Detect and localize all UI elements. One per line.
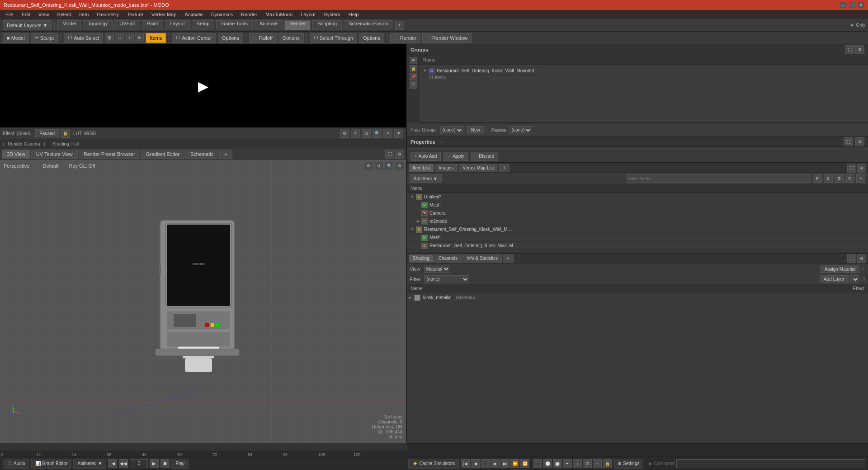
transform-btn3[interactable]: ↕: [125, 33, 134, 42]
transform-btn1[interactable]: ⊞: [105, 33, 114, 42]
options2-btn[interactable]: Options: [278, 33, 304, 43]
menu-dynamics[interactable]: Dynamics: [208, 10, 236, 19]
window-controls[interactable]: ─ □ ×: [840, 2, 864, 8]
options1-btn[interactable]: Options: [218, 33, 243, 43]
auto-add-btn[interactable]: + Auto Add: [410, 152, 441, 161]
render-status[interactable]: Paused: [35, 129, 59, 137]
render-zoom-fit[interactable]: ⊡: [362, 129, 371, 138]
group-lock[interactable]: 🔒: [410, 65, 417, 72]
transport1[interactable]: |◀: [461, 459, 470, 468]
tab-schematic[interactable]: Schematic: [185, 150, 218, 159]
vp-tool1[interactable]: ⚙: [364, 161, 373, 170]
tab-render-preset[interactable]: Render Preset Browser: [79, 150, 140, 159]
expand-mesh1[interactable]: ▶: [417, 203, 420, 207]
graph-editor-btn[interactable]: 📊 Graph Editor: [31, 459, 72, 469]
expand-m2modo[interactable]: ▶: [417, 219, 420, 223]
tab-layout[interactable]: Layout: [165, 20, 190, 30]
audio-btn[interactable]: 🎵 Audio: [3, 459, 29, 469]
select-through-btn[interactable]: ☐ Select Through: [310, 33, 357, 43]
item-row-restaurant[interactable]: ▼ G Restaurant_Self_Ordering_Kiosk_Wall_…: [407, 226, 868, 234]
default-layouts-dropdown[interactable]: Default Layouts ▼: [3, 20, 52, 30]
tab-render[interactable]: Render: [284, 20, 311, 30]
render-icon4[interactable]: 🔍: [373, 129, 382, 138]
item-row-restaurant-sub[interactable]: ▶ G Restaurant_Self_Ordering_Kiosk_Wall_…: [407, 242, 868, 250]
itemlist-expand[interactable]: ⛶: [847, 164, 856, 173]
expand-restaurant[interactable]: ▼: [410, 227, 414, 231]
transport5[interactable]: ▶|: [500, 459, 509, 468]
shading-settings[interactable]: ⚙: [857, 254, 866, 263]
stop-btn[interactable]: ⏹: [160, 459, 170, 468]
view-select[interactable]: Material: [424, 265, 450, 273]
items-btn[interactable]: Items: [146, 33, 166, 43]
group-pin[interactable]: 📌: [410, 73, 417, 80]
itemlist-settings[interactable]: ⚙: [857, 164, 866, 173]
tab-shading[interactable]: Shading: [409, 254, 434, 263]
item-row-camera[interactable]: ▶ 📷 Camera: [407, 209, 868, 217]
vp-tool2[interactable]: ↺: [374, 161, 383, 170]
expand-untitled[interactable]: ▼: [410, 195, 414, 199]
tab-item-list[interactable]: Item List: [409, 164, 434, 172]
falloff-btn[interactable]: ☐ Falloff: [249, 33, 277, 43]
3d-viewport[interactable]: Perspective Default Ray GL: Off ⚙ ↺ 🔍 ⚙: [0, 160, 406, 443]
menu-file[interactable]: File: [2, 10, 17, 19]
discard-btn[interactable]: × Discard: [471, 152, 498, 161]
filter-settings[interactable]: S: [824, 174, 833, 183]
sculpt-btn[interactable]: ✏ Sculpt: [31, 33, 58, 43]
vp-settings[interactable]: ⚙: [395, 161, 404, 170]
menu-view[interactable]: View: [35, 10, 53, 19]
prev-frame-btn[interactable]: |◀: [108, 459, 117, 468]
render-btn[interactable]: ☐ Render: [390, 33, 420, 43]
shading-expand-icon[interactable]: ▶: [409, 296, 411, 300]
command-input[interactable]: [676, 459, 865, 468]
menu-system[interactable]: System: [320, 10, 344, 19]
il-icon1[interactable]: ⚙: [835, 174, 844, 183]
tab-add-list[interactable]: +: [499, 164, 510, 172]
anim-tool5[interactable]: ⬦: [573, 459, 582, 468]
model-btn[interactable]: ■ Model: [3, 33, 29, 43]
anim-tool3[interactable]: ⬤: [553, 459, 562, 468]
expand-restaurant-sub[interactable]: ▶: [417, 244, 420, 248]
tab-info-stats[interactable]: Info & Statistics: [462, 254, 502, 263]
viewport-settings[interactable]: ⚙: [395, 150, 404, 159]
groups-expand[interactable]: ⛶: [845, 45, 854, 54]
anim-tool6[interactable]: ⊡: [583, 459, 592, 468]
expand-icon[interactable]: ▼: [423, 69, 427, 73]
shading-expand[interactable]: ⛶: [847, 254, 856, 263]
tab-vertex-map[interactable]: Vertex Map List: [459, 164, 498, 172]
menu-render[interactable]: Render: [237, 10, 261, 19]
vp-zoom[interactable]: 🔍: [385, 161, 394, 170]
tab-images[interactable]: Images: [435, 164, 458, 172]
menu-select[interactable]: Select: [53, 10, 75, 19]
add-layer-type-select[interactable]: [850, 275, 859, 283]
group-toggle[interactable]: ☐: [410, 81, 417, 89]
apply-btn[interactable]: ✓ Apply: [443, 152, 468, 161]
tab-uvedit[interactable]: UVEdit: [114, 20, 140, 30]
tab-gradient[interactable]: Gradient Editor: [141, 150, 184, 159]
render-icon6[interactable]: ▼: [394, 129, 403, 138]
tab-topology[interactable]: Topology: [83, 20, 113, 30]
tab-3dview[interactable]: 3D View: [2, 150, 30, 159]
close-btn[interactable]: ×: [858, 2, 864, 8]
shading-row-kiosk[interactable]: ▶ kiosk_metallic (Material): [407, 293, 868, 302]
filter-icon[interactable]: F: [813, 174, 822, 183]
add-tab-btn[interactable]: +: [395, 21, 404, 30]
item-row-untitled[interactable]: ▼ G Untitled*: [407, 193, 868, 201]
frame-input[interactable]: [130, 459, 148, 468]
rewind-btn[interactable]: ◀◀: [119, 459, 128, 468]
menu-texture[interactable]: Texture: [123, 10, 147, 19]
anim-tool4[interactable]: ✦: [563, 459, 572, 468]
tab-setup[interactable]: Setup: [192, 20, 215, 30]
transport2[interactable]: ◀: [471, 459, 480, 468]
play-label-btn[interactable]: Play: [171, 459, 188, 469]
cache-sim-btn[interactable]: ⚡ Cache Simulators: [408, 459, 459, 469]
add-layer-btn[interactable]: Add Layer: [820, 275, 849, 283]
shading-filter-select[interactable]: (none): [424, 275, 469, 283]
groups-settings[interactable]: ⚙: [855, 45, 864, 54]
tab-animate[interactable]: Animate: [255, 20, 283, 30]
settings-btn[interactable]: ⚙ Settings: [613, 459, 643, 469]
properties-settings[interactable]: ⚙: [855, 137, 864, 146]
tab-model[interactable]: Model: [57, 20, 81, 30]
animated-btn[interactable]: Animated ▼: [73, 459, 106, 469]
transport6[interactable]: ⏩: [510, 459, 519, 468]
viewport-expand[interactable]: ⛶: [385, 150, 394, 159]
